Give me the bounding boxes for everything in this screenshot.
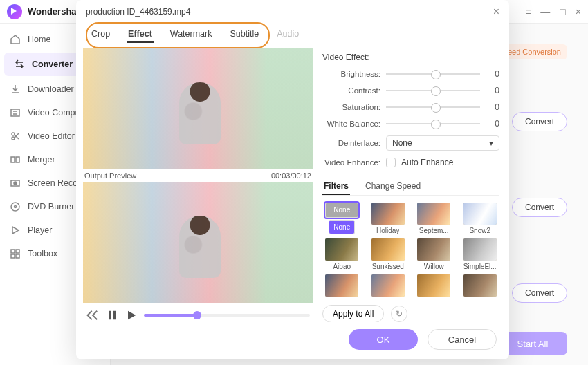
sidebar-item-label: Home bbox=[28, 35, 50, 44]
player-controls bbox=[83, 303, 313, 322]
tab-effect[interactable]: Effect bbox=[127, 26, 154, 43]
filter-simpleel[interactable]: SimpleEl... bbox=[461, 238, 500, 270]
filter-extra[interactable] bbox=[369, 274, 408, 297]
filter-willow[interactable]: Willow bbox=[414, 238, 454, 270]
svg-point-8 bbox=[15, 206, 17, 208]
home-icon bbox=[10, 34, 21, 45]
brightness-label: Brightness: bbox=[322, 70, 380, 78]
filter-label: SimpleEl... bbox=[463, 263, 497, 270]
record-icon bbox=[10, 178, 21, 189]
brightness-slider[interactable] bbox=[386, 73, 480, 75]
auto-enhance-text: Auto Enhance bbox=[401, 158, 453, 167]
apply-to-all-button[interactable]: Apply to All bbox=[322, 305, 384, 322]
filter-label: None bbox=[329, 220, 355, 235]
reset-icon[interactable]: ↻ bbox=[391, 306, 407, 322]
convert-button[interactable]: Convert bbox=[512, 198, 567, 217]
pause-icon[interactable] bbox=[105, 308, 119, 322]
tab-watermark[interactable]: Watermark bbox=[169, 26, 214, 43]
effect-dialog: production ID_4463159.mp4 × CropEffectWa… bbox=[76, 0, 509, 359]
white-balance-slider[interactable] bbox=[386, 123, 480, 124]
compress-icon bbox=[10, 107, 21, 118]
maximize-icon[interactable]: □ bbox=[560, 6, 565, 17]
toolbox-icon bbox=[10, 248, 21, 259]
svg-rect-9 bbox=[11, 250, 15, 253]
close-icon[interactable]: × bbox=[576, 6, 581, 17]
disc-icon bbox=[10, 201, 21, 212]
saturation-label: Saturation: bbox=[322, 103, 380, 111]
svg-rect-10 bbox=[16, 250, 19, 253]
deinterlace-label: Deinterlace: bbox=[322, 139, 380, 147]
svg-rect-0 bbox=[11, 109, 19, 116]
filter-septem[interactable]: Septem... bbox=[414, 203, 454, 234]
play-icon[interactable] bbox=[125, 308, 138, 322]
svg-rect-13 bbox=[109, 311, 111, 320]
input-preview bbox=[83, 48, 313, 169]
chevron-down-icon: ▾ bbox=[489, 138, 493, 148]
menu-icon[interactable]: ≡ bbox=[525, 6, 531, 17]
dialog-filename: production ID_4463159.mp4 bbox=[86, 7, 190, 17]
filter-extra[interactable] bbox=[414, 274, 454, 297]
convert-button[interactable]: Convert bbox=[512, 112, 567, 131]
filter-extra[interactable] bbox=[461, 274, 500, 297]
sidebar-item-label: DVD Burner bbox=[28, 202, 74, 212]
sidebar-item-label: Player bbox=[28, 225, 52, 235]
dialog-tabs: CropEffectWatermarkSubtitleAudio bbox=[76, 24, 509, 48]
convert-button[interactable]: Convert bbox=[512, 283, 567, 303]
white-balance-value: 0 bbox=[486, 119, 499, 129]
saturation-value: 0 bbox=[486, 102, 499, 112]
contrast-value: 0 bbox=[486, 86, 499, 95]
ok-button[interactable]: OK bbox=[349, 329, 418, 350]
svg-rect-3 bbox=[11, 157, 15, 162]
output-preview-label: Output Preview bbox=[84, 171, 136, 180]
scissors-icon bbox=[10, 131, 21, 142]
filters-grid: NoneNoneHolidaySeptem...Snow2AibaoSunkis… bbox=[322, 203, 499, 297]
sidebar-item-label: Merger bbox=[28, 155, 55, 165]
video-enhance-label: Video Enhance: bbox=[322, 158, 380, 167]
filter-aibao[interactable]: Aibao bbox=[322, 238, 362, 270]
sidebar-item-label: Downloader bbox=[28, 84, 74, 94]
white-balance-label: White Balance: bbox=[322, 120, 380, 128]
filter-label: Sunkissed bbox=[372, 263, 404, 270]
converter-icon bbox=[14, 59, 25, 70]
contrast-label: Contrast: bbox=[322, 86, 380, 95]
output-preview bbox=[83, 182, 313, 303]
svg-point-1 bbox=[12, 133, 15, 135]
svg-rect-14 bbox=[113, 311, 116, 320]
auto-enhance-checkbox[interactable] bbox=[386, 158, 396, 167]
prev-icon[interactable] bbox=[86, 308, 100, 322]
dialog-close-icon[interactable]: × bbox=[493, 6, 499, 18]
svg-point-7 bbox=[11, 203, 19, 211]
merge-icon bbox=[10, 154, 21, 165]
video-effect-title: Video Effect: bbox=[322, 53, 499, 62]
tab-subtitle[interactable]: Subtitle bbox=[228, 26, 260, 43]
minimize-icon[interactable]: — bbox=[540, 6, 550, 17]
timecode: 00:03/00:12 bbox=[271, 171, 311, 180]
svg-point-6 bbox=[14, 182, 17, 185]
svg-rect-4 bbox=[16, 157, 19, 162]
filter-extra[interactable] bbox=[322, 274, 362, 297]
saturation-slider[interactable] bbox=[386, 106, 480, 108]
cancel-button[interactable]: Cancel bbox=[428, 329, 497, 350]
filter-sunkissed[interactable]: Sunkissed bbox=[369, 238, 408, 270]
filter-label: Holiday bbox=[376, 227, 399, 234]
progress-slider[interactable] bbox=[144, 314, 310, 317]
filter-label: Septem... bbox=[419, 227, 449, 234]
deinterlace-select[interactable]: None▾ bbox=[386, 135, 499, 151]
filter-none[interactable]: NoneNone bbox=[322, 203, 362, 234]
filter-label: Snow2 bbox=[469, 227, 490, 234]
sidebar-item-label: Video Editor bbox=[28, 131, 75, 141]
filter-holiday[interactable]: Holiday bbox=[369, 203, 408, 234]
contrast-slider[interactable] bbox=[386, 90, 480, 91]
sidebar-item-label: Toolbox bbox=[28, 249, 57, 259]
download-icon bbox=[10, 84, 21, 95]
tab-crop[interactable]: Crop bbox=[90, 26, 111, 43]
filter-snow2[interactable]: Snow2 bbox=[461, 203, 500, 234]
filter-label: Aibao bbox=[333, 263, 351, 270]
tab-audio: Audio bbox=[275, 26, 300, 43]
svg-rect-11 bbox=[11, 254, 15, 258]
sidebar-item-label: Converter bbox=[32, 59, 73, 69]
sub-tab-filters[interactable]: Filters bbox=[322, 178, 350, 195]
filter-label: Willow bbox=[424, 263, 444, 270]
sub-tab-change-speed[interactable]: Change Speed bbox=[364, 178, 422, 195]
brightness-value: 0 bbox=[486, 69, 499, 79]
